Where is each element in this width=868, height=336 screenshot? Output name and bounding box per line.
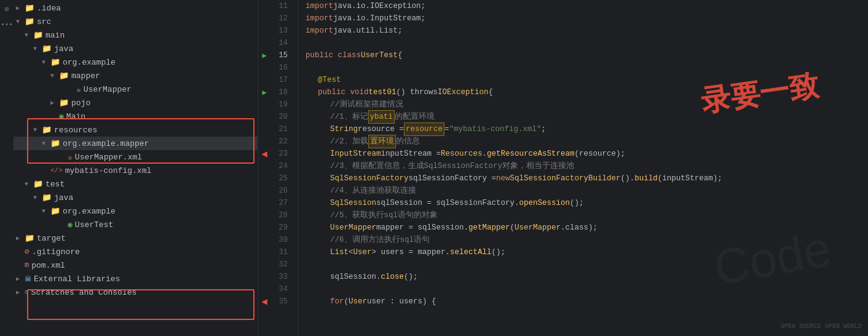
tree-label: resources <box>54 126 97 135</box>
ln-20: 20 <box>270 111 293 123</box>
ln-29: 29 <box>270 222 293 234</box>
expand-arrow: ▶ <box>16 234 25 242</box>
line-numbers: 11 12 13 14 15 16 17 18 19 20 21 22 23 2… <box>270 0 298 336</box>
expand-arrow: ▼ <box>42 140 50 147</box>
expand-arrow: ▶ <box>16 4 25 12</box>
ln-24: 24 <box>270 160 293 172</box>
folder-icon: 📁 <box>42 44 52 54</box>
gutter-33 <box>258 271 270 283</box>
gutter-29 <box>258 222 270 234</box>
tree-org-example-mapper[interactable]: ▼ 📁 org.example.mapper <box>14 137 258 150</box>
ln-34: 34 <box>270 283 293 295</box>
tree-label: java <box>54 44 73 54</box>
expand-arrow: ▶ <box>16 275 25 282</box>
tree-label: org.example <box>63 58 116 67</box>
gutter-15-run[interactable]: ▶ <box>258 49 270 62</box>
code-line-11: import java.io.IOException; <box>306 0 868 12</box>
sidebar: ⊞ ••• ▶ 📁 .idea ▼ 📁 src ▼ 📁 main ▼ <box>0 0 258 336</box>
code-line-15: public class UserTest { <box>306 49 868 62</box>
ln-23: 23 <box>270 148 293 160</box>
tree-label: test <box>45 180 65 189</box>
ln-11: 11 <box>270 0 293 12</box>
xml-icon: ☕ <box>68 152 73 162</box>
folder-icon: 📁 <box>42 125 52 135</box>
expand-arrow: ▼ <box>25 32 33 39</box>
code-line-26: //4、从连接池获取连接 <box>306 185 868 197</box>
tree-label: pom.xml <box>31 261 65 270</box>
code-line-28: //5、获取执行sql语句的对象 <box>306 209 868 222</box>
tree-label: External Libraries <box>34 274 120 284</box>
gutter-13 <box>258 25 270 37</box>
tree-external-libs[interactable]: ▶ 🏛 External Libraries <box>14 272 258 286</box>
tree-label: src <box>37 17 51 26</box>
tree-label: target <box>37 234 66 243</box>
gutter-11 <box>258 0 270 12</box>
tree-test[interactable]: ▼ 📁 test <box>14 177 258 191</box>
ln-14: 14 <box>270 37 293 49</box>
tree-src[interactable]: ▼ 📁 src <box>14 15 258 28</box>
tree-label: UserTest <box>75 220 113 230</box>
ln-12: 12 <box>270 12 293 25</box>
tree-java[interactable]: ▼ 📁 java <box>14 42 258 55</box>
ln-13: 13 <box>270 25 293 37</box>
code-line-20: //1、标记 ybati 的配置环境 <box>306 111 868 123</box>
folder-icon: 📁 <box>50 206 60 216</box>
gutter-30 <box>258 234 270 246</box>
expand-arrow: ▼ <box>42 59 50 66</box>
tree-org-example[interactable]: ▼ 📁 org.example <box>14 55 258 69</box>
expand-arrow: ▼ <box>50 73 59 79</box>
tree-label: main <box>45 31 65 40</box>
tree-user-mapper-xml[interactable]: ▶ ☕ UserMapper.xml <box>14 150 258 164</box>
tree-main-class[interactable]: ▶ ◉ Main <box>14 110 258 123</box>
tree-user-test[interactable]: ▶ ◉ UserTest <box>14 218 258 231</box>
gutter-27 <box>258 197 270 209</box>
structure-icon[interactable]: ⊞ <box>2 4 12 14</box>
more-icon[interactable]: ••• <box>2 20 12 30</box>
gutter-25 <box>258 172 270 185</box>
gutter-28 <box>258 209 270 222</box>
folder-icon: 📁 <box>50 57 60 67</box>
tree-main[interactable]: ▼ 📁 main <box>14 28 258 42</box>
tree-idea[interactable]: ▶ 📁 .idea <box>14 1 258 15</box>
code-editor: ▶ ▶ ◀ ◀ 11 12 13 14 <box>258 0 868 336</box>
pom-icon: m <box>25 261 29 270</box>
tree-gitignore[interactable]: ▶ ⊘ .gitignore <box>14 245 258 258</box>
code-line-12: import java.io.InputStream; <box>306 12 868 25</box>
folder-icon: 📁 <box>25 17 34 26</box>
tree-target[interactable]: ▶ 📁 target <box>14 231 258 245</box>
folder-icon: 📁 <box>25 3 34 13</box>
gitignore-icon: ⊘ <box>25 247 30 257</box>
code-area[interactable]: import java.io.IOException; import java.… <box>298 0 868 336</box>
gutter-23-arrow: ◀ <box>258 148 270 160</box>
gutter-32 <box>258 258 270 271</box>
tree-label: .gitignore <box>32 247 80 257</box>
ln-25: 25 <box>270 172 293 185</box>
tree-scratches[interactable]: ▶ ≡ Scratches and Consoles <box>14 286 258 299</box>
gutter-35-arrow: ◀ <box>258 295 270 308</box>
tree-test-java[interactable]: ▼ 📁 java <box>14 191 258 204</box>
gutter-22 <box>258 135 270 148</box>
folder-icon: 📁 <box>42 193 52 202</box>
tree-mybatis-config[interactable]: ▶ </> mybatis-config.xml <box>14 164 258 177</box>
ln-33: 33 <box>270 271 293 283</box>
tree-resources[interactable]: ▼ 📁 resources <box>14 123 258 137</box>
tree-label: Main <box>66 112 85 121</box>
ln-15: 15 <box>270 49 293 62</box>
ext-libs-icon: 🏛 <box>25 275 31 283</box>
ln-28: 28 <box>270 209 293 222</box>
ln-26: 26 <box>270 185 293 197</box>
tree-pojo[interactable]: ▶ 📁 pojo <box>14 96 258 110</box>
file-tree: ▶ 📁 .idea ▼ 📁 src ▼ 📁 main ▼ 📁 java <box>14 0 258 336</box>
gutter-17 <box>258 74 270 86</box>
tree-user-mapper[interactable]: ▶ ☕ UserMapper <box>14 82 258 96</box>
tree-test-org-example[interactable]: ▼ 📁 org.example <box>14 204 258 218</box>
gutter-24 <box>258 160 270 172</box>
ln-35: 35 <box>270 295 293 308</box>
tree-pom[interactable]: ▶ m pom.xml <box>14 258 258 272</box>
folder-icon: 📁 <box>59 98 69 108</box>
code-line-23: InputStream inputStream = Resources.getR… <box>306 148 868 160</box>
tree-mapper[interactable]: ▼ 📁 mapper <box>14 69 258 82</box>
gutter-19 <box>258 98 270 111</box>
tree-label: org.example <box>63 207 116 216</box>
gutter-18-run[interactable]: ▶ <box>258 86 270 98</box>
